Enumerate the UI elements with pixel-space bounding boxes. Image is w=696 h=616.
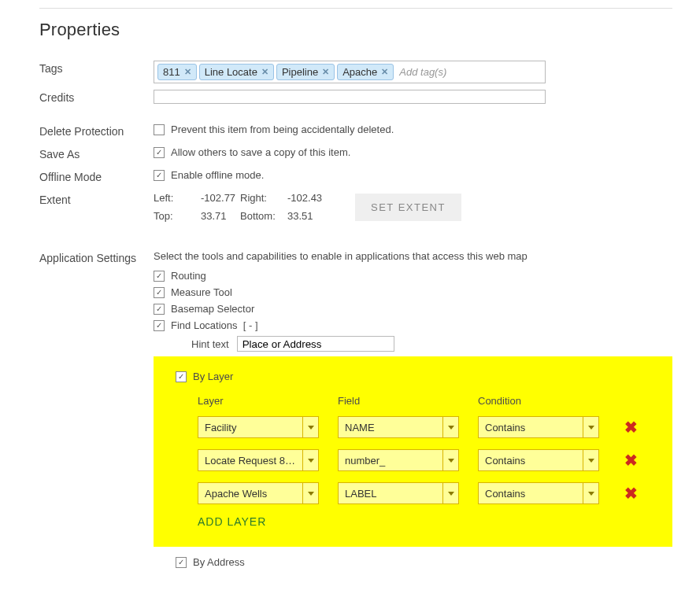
field-select[interactable]: LABEL (338, 482, 459, 504)
set-extent-button[interactable]: SET EXTENT (355, 194, 461, 221)
save-as-text: Allow others to save a copy of this item… (171, 146, 350, 158)
appsettings-intro: Select the tools and capabilities to ena… (154, 250, 672, 262)
label-offline-mode: Offline Mode (39, 169, 154, 183)
save-as-checkbox[interactable] (154, 147, 165, 158)
tags-placeholder: Add tag(s) (399, 66, 446, 78)
chevron-down-icon[interactable] (442, 450, 458, 470)
delete-row-icon[interactable]: ✖ (624, 418, 638, 437)
layer-select-value: Facility (198, 422, 302, 433)
routing-label: Routing (171, 270, 206, 282)
tag-text: Apache (342, 66, 377, 78)
field-select-value: LABEL (339, 488, 442, 500)
col-header-layer: Layer (198, 395, 338, 407)
find-locations-checkbox[interactable] (154, 320, 165, 331)
extent-left-value: -102.77 (201, 192, 240, 204)
measure-label: Measure Tool (171, 286, 232, 298)
label-tags: Tags (39, 61, 154, 75)
chevron-down-icon[interactable] (442, 483, 458, 503)
condition-select[interactable]: Contains (478, 416, 599, 438)
tag-text: 811 (163, 66, 180, 78)
extent-right-label: Right: (240, 192, 287, 204)
condition-select-value: Contains (479, 455, 583, 467)
chevron-down-icon[interactable] (583, 483, 598, 503)
find-locations-collapse-toggle[interactable]: [ - ] (243, 319, 258, 331)
field-select[interactable]: number_ (338, 449, 459, 471)
label-delete-protection: Delete Protection (39, 124, 154, 138)
label-save-as: Save As (39, 146, 154, 160)
layer-row: Apache Wells LABEL Contains ✖ (198, 482, 657, 504)
extent-bottom-label: Bottom: (240, 210, 287, 222)
chevron-down-icon[interactable] (583, 417, 598, 437)
condition-select-value: Contains (479, 488, 583, 500)
offline-mode-checkbox[interactable] (154, 170, 165, 181)
layer-select-value: Apache Wells (198, 488, 302, 500)
extent-left-label: Left: (154, 192, 201, 204)
tag-item[interactable]: 811 ✕ (157, 64, 197, 80)
tag-item[interactable]: Pipeline ✕ (276, 64, 335, 80)
chevron-down-icon[interactable] (302, 450, 318, 470)
tag-text: Pipeline (282, 66, 318, 78)
extent-bottom-value: 33.51 (287, 210, 331, 222)
section-title: Properties (39, 20, 672, 40)
extent-grid: Left: -102.77 Right: -102.43 Top: 33.71 … (154, 192, 331, 222)
tag-text: Line Locate (205, 66, 257, 78)
delete-row-icon[interactable]: ✖ (624, 484, 638, 503)
field-select-value: number_ (339, 455, 442, 467)
tag-remove-icon[interactable]: ✕ (261, 67, 268, 77)
hint-text-input[interactable] (237, 336, 394, 352)
chevron-down-icon[interactable] (442, 417, 458, 437)
divider-top (39, 8, 672, 9)
label-application-settings: Application Settings (39, 250, 154, 264)
tag-item[interactable]: Line Locate ✕ (199, 64, 274, 80)
tag-remove-icon[interactable]: ✕ (322, 67, 329, 77)
basemap-checkbox[interactable] (154, 304, 165, 315)
chevron-down-icon[interactable] (583, 450, 598, 470)
extent-right-value: -102.43 (287, 192, 331, 204)
label-extent: Extent (39, 192, 154, 206)
col-header-condition: Condition (478, 395, 618, 407)
measure-checkbox[interactable] (154, 287, 165, 298)
tag-remove-icon[interactable]: ✕ (184, 67, 191, 77)
delete-row-icon[interactable]: ✖ (624, 451, 638, 470)
layer-select[interactable]: Locate Request 811 (198, 449, 319, 471)
field-select-value: NAME (339, 422, 442, 433)
col-header-field: Field (338, 395, 478, 407)
extent-top-label: Top: (154, 210, 201, 222)
delete-protection-checkbox[interactable] (154, 124, 165, 135)
label-credits: Credits (39, 90, 154, 104)
credits-input[interactable] (154, 90, 546, 104)
by-layer-panel: By Layer Layer Field Condition Facility … (154, 356, 672, 547)
offline-mode-text: Enable offline mode. (171, 169, 264, 181)
chevron-down-icon[interactable] (302, 483, 318, 503)
tags-input[interactable]: 811 ✕ Line Locate ✕ Pipeline ✕ Apache ✕ … (154, 61, 546, 83)
tag-remove-icon[interactable]: ✕ (381, 67, 388, 77)
add-layer-button[interactable]: ADD LAYER (198, 515, 657, 528)
by-address-checkbox[interactable] (176, 557, 187, 568)
tag-item[interactable]: Apache ✕ (337, 64, 394, 80)
basemap-label: Basemap Selector (171, 303, 254, 315)
by-layer-checkbox[interactable] (176, 371, 187, 382)
by-address-label: By Address (193, 556, 245, 568)
by-layer-label: By Layer (193, 371, 233, 382)
field-select[interactable]: NAME (338, 416, 459, 438)
condition-select[interactable]: Contains (478, 482, 599, 504)
find-locations-label: Find Locations (171, 319, 238, 331)
delete-protection-text: Prevent this item from being accidentall… (171, 124, 394, 135)
chevron-down-icon[interactable] (302, 417, 318, 437)
extent-top-value: 33.71 (201, 210, 240, 222)
routing-checkbox[interactable] (154, 271, 165, 282)
condition-select-value: Contains (479, 422, 583, 433)
layer-select[interactable]: Facility (198, 416, 319, 438)
layer-row: Locate Request 811 number_ Contains ✖ (198, 449, 657, 471)
layer-select[interactable]: Apache Wells (198, 482, 319, 504)
hint-text-label: Hint text (191, 338, 229, 350)
condition-select[interactable]: Contains (478, 449, 599, 471)
layer-select-value: Locate Request 811 (198, 455, 302, 467)
layer-row: Facility NAME Contains ✖ (198, 416, 657, 438)
